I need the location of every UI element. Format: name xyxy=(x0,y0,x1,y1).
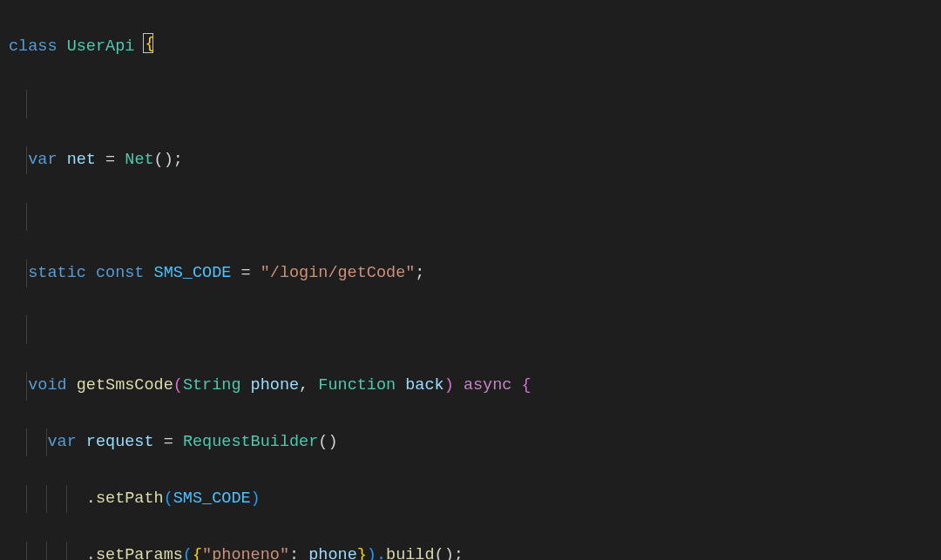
code-line[interactable]: .setParams({"phoneno": phone}).build(); xyxy=(9,542,932,560)
code-line[interactable]: .setPath(SMS_CODE) xyxy=(9,485,932,513)
type-string: String xyxy=(183,376,251,395)
const-smscode: SMS_CODE xyxy=(154,264,241,282)
code-line[interactable] xyxy=(9,315,932,343)
type-net: Net xyxy=(125,151,153,169)
type-function: Function xyxy=(318,376,405,395)
class-name: UserApi xyxy=(67,37,145,56)
code-line[interactable]: void getSmsCode(String phone, Function b… xyxy=(9,372,932,400)
keyword-class: class xyxy=(9,37,67,56)
code-line[interactable] xyxy=(9,90,932,118)
const-ref-smscode: SMS_CODE xyxy=(173,489,251,508)
param-back: back xyxy=(405,376,443,395)
keyword-const: const xyxy=(96,264,154,282)
code-line[interactable]: var net = Net(); xyxy=(9,146,932,174)
method-getsmscode: getSmsCode xyxy=(77,376,173,395)
keyword-var: var xyxy=(28,151,66,169)
field-net: net xyxy=(67,151,105,169)
string-literal: "/login/getCode" xyxy=(261,264,416,282)
keyword-async: async xyxy=(464,376,522,395)
method-build: build xyxy=(386,546,435,560)
arg-phone: phone xyxy=(308,546,357,560)
type-requestbuilder: RequestBuilder xyxy=(183,433,318,451)
cursor-icon: { xyxy=(143,33,153,53)
code-line[interactable]: var request = RequestBuilder() xyxy=(9,428,932,456)
keyword-void: void xyxy=(28,376,77,395)
string-key: "phoneno" xyxy=(202,546,289,560)
code-editor[interactable]: class UserApi { var net = Net(); static … xyxy=(0,0,941,560)
param-phone: phone xyxy=(251,376,300,395)
code-line[interactable] xyxy=(9,203,932,231)
keyword-static: static xyxy=(28,264,96,282)
keyword-var: var xyxy=(47,433,85,451)
method-setpath: setPath xyxy=(96,489,164,508)
code-line[interactable]: class UserApi { xyxy=(9,33,932,61)
method-setparams: setParams xyxy=(96,546,183,560)
code-line[interactable]: static const SMS_CODE = "/login/getCode"… xyxy=(9,260,932,287)
var-request: request xyxy=(86,433,164,451)
